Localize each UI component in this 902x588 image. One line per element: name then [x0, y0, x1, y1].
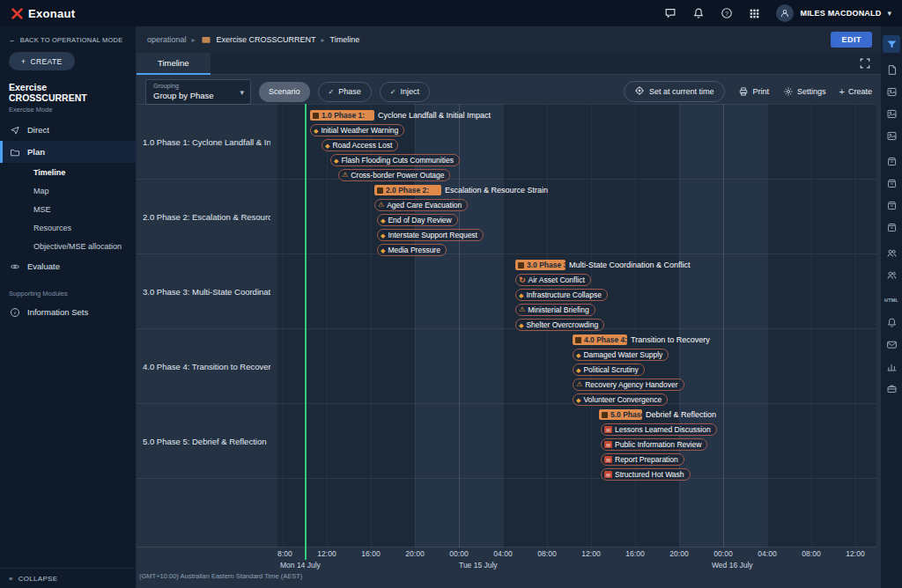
- filter-rail-icon[interactable]: [883, 35, 900, 53]
- inject-item[interactable]: ⚠Aged Care Evacuation: [374, 199, 468, 211]
- sidebar-create-button[interactable]: + CREATE: [9, 52, 75, 70]
- scenario-toggle[interactable]: Scenario: [259, 82, 310, 102]
- inject-item[interactable]: ◆Shelter Overcrowding: [515, 319, 604, 331]
- sidebar-item-direct[interactable]: Direct: [0, 119, 136, 141]
- axis-day-label: Wed 16 July: [712, 561, 753, 570]
- axis-time-label: 08:00: [277, 549, 292, 558]
- grouping-select[interactable]: Grouping Group by Phase ▾: [145, 79, 251, 105]
- inject-item[interactable]: ◆End of Day Review: [377, 214, 458, 226]
- envelope-inject-icon: ✉: [604, 456, 612, 463]
- diamond-inject-icon: ◆: [325, 143, 329, 149]
- chevron-down-icon: ▾: [240, 88, 244, 97]
- phase-bar[interactable]: 5.0 Phase 5:Debrief & Reflection: [599, 409, 716, 420]
- inject-item[interactable]: ◆Volunteer Convergence: [573, 393, 668, 406]
- inject-item[interactable]: ↻Air Asset Conflict: [515, 274, 591, 286]
- box-rail-icon[interactable]: [883, 174, 900, 192]
- apps-grid-icon[interactable]: [748, 7, 761, 20]
- sidebar-item-plan[interactable]: Plan: [0, 141, 136, 163]
- phase-bar[interactable]: 2.0 Phase 2:Escalation & Resource Strain: [374, 185, 548, 195]
- box-rail-icon[interactable]: [883, 152, 900, 170]
- axis-time-label: 00:00: [449, 549, 468, 558]
- warning-inject-icon: ⚠: [576, 381, 582, 388]
- timeline-items-layer: 1.0 Phase 1:Cyclone Landfall & Initial I…: [277, 104, 876, 548]
- print-button[interactable]: Print: [738, 86, 770, 98]
- inject-item[interactable]: ⚠Cross-border Power Outage: [338, 169, 450, 181]
- users-rail-icon[interactable]: [883, 266, 900, 283]
- printer-icon: [738, 86, 750, 98]
- box-rail-icon[interactable]: [883, 196, 900, 214]
- file-rail-icon[interactable]: [883, 61, 900, 78]
- inject-item[interactable]: ◆Infrastructure Collapse: [515, 289, 608, 301]
- axis-time-label: 16:00: [361, 549, 380, 558]
- settings-button[interactable]: Settings: [782, 86, 826, 98]
- diamond-inject-icon: ◆: [576, 397, 580, 403]
- phase-bar[interactable]: 1.0 Phase 1:Cyclone Landfall & Initial I…: [310, 110, 491, 121]
- warning-inject-icon: ⚠: [519, 306, 525, 313]
- frame-rail-icon[interactable]: [883, 127, 900, 144]
- phase-toggle[interactable]: ✓ Phase: [318, 82, 372, 102]
- tab-timeline[interactable]: Timeline: [137, 53, 211, 75]
- inject-item[interactable]: ◆Political Scrutiny: [573, 364, 645, 376]
- inject-item[interactable]: ◆Media Pressure: [377, 244, 447, 256]
- help-icon[interactable]: ?: [720, 7, 733, 20]
- sidebar-item-information-sets[interactable]: Information Sets: [0, 301, 136, 323]
- sidebar-item-timeline[interactable]: Timeline: [0, 163, 136, 181]
- set-at-current-time-button[interactable]: Set at current time: [624, 81, 725, 102]
- group-row-label: 1.0 Phase 1: Cyclone Landfall & Initia..…: [137, 137, 270, 147]
- inject-item[interactable]: ◆Initial Weather Warning: [310, 124, 404, 136]
- collapse-sidebar-button[interactable]: « COLLAPSE: [0, 568, 136, 588]
- sidebar-item-mse[interactable]: MSE: [0, 200, 136, 218]
- breadcrumb-separator-icon: ▸: [192, 36, 196, 44]
- users-rail-icon[interactable]: [883, 244, 900, 261]
- sidebar-item-map[interactable]: Map: [0, 181, 136, 200]
- inject-item[interactable]: ◆Road Access Lost: [322, 139, 398, 151]
- breadcrumb: operational ▸ Exercise CROSSCURRENT ▸ Ti…: [137, 26, 881, 53]
- inject-item[interactable]: ⚠Recovery Agency Handover: [573, 379, 684, 391]
- phase-title: Cyclone Landfall & Initial Impact: [378, 111, 491, 120]
- chat-icon[interactable]: [663, 7, 676, 20]
- bell-rail-icon[interactable]: [883, 313, 900, 331]
- app-window: Exonaut ? MILES MACDONALD ▾: [0, 0, 902, 588]
- notifications-bell-icon[interactable]: [691, 7, 705, 20]
- exonaut-logo[interactable]: Exonaut: [11, 7, 75, 20]
- phase-icon: [313, 113, 319, 119]
- phase-title: Escalation & Resource Strain: [445, 186, 548, 195]
- check-icon: ✓: [390, 88, 396, 96]
- inject-item[interactable]: ◆Damaged Water Supply: [573, 349, 669, 361]
- inject-item[interactable]: ✉Structured Hot Wash: [601, 468, 691, 481]
- box-rail-icon[interactable]: [883, 218, 900, 236]
- inject-toggle[interactable]: ✓ Inject: [380, 82, 430, 102]
- frame-rail-icon[interactable]: [883, 83, 900, 100]
- inbox-rail-icon[interactable]: [883, 335, 900, 353]
- sidebar-item-objective-mse-allocation[interactable]: Objective/MSE allocation: [0, 237, 136, 255]
- inject-item[interactable]: ⚠Ministerial Briefing: [515, 304, 595, 316]
- sidebar-item-evaluate[interactable]: Evaluate: [0, 255, 136, 277]
- briefcase-rail-icon[interactable]: [883, 379, 900, 397]
- phase-chip: 3.0 Phase 3:: [515, 260, 566, 270]
- fullscreen-icon[interactable]: [859, 57, 872, 70]
- inject-label: Media Pressure: [388, 246, 440, 254]
- user-menu[interactable]: MILES MACDONALD ▾: [776, 4, 891, 22]
- inject-item[interactable]: ✉Public Information Review: [601, 438, 707, 451]
- diamond-inject-icon: ◆: [381, 247, 385, 254]
- breadcrumb-exercise[interactable]: Exercise CROSSCURRENT: [217, 35, 316, 44]
- phase-icon: [518, 262, 524, 268]
- chart-rail-icon[interactable]: [883, 357, 900, 375]
- axis-time-label: 04:00: [493, 549, 512, 558]
- create-button[interactable]: + Create: [839, 86, 872, 97]
- envelope-inject-icon: ✉: [604, 441, 612, 448]
- sidebar-item-resources[interactable]: Resources: [0, 218, 136, 237]
- back-to-operational-button[interactable]: ← BACK TO OPERATIONAL MODE: [0, 26, 136, 48]
- inject-item[interactable]: ◆Flash Flooding Cuts Communities: [330, 154, 460, 166]
- frame-rail-icon[interactable]: [883, 105, 900, 122]
- inject-item[interactable]: ✉Report Preparation: [601, 453, 684, 466]
- inject-item[interactable]: ◆Interstate Support Request: [377, 229, 484, 241]
- phase-bar[interactable]: 3.0 Phase 3:Multi-State Coordination & C…: [515, 260, 691, 270]
- html-rail-icon[interactable]: HTML: [883, 291, 900, 309]
- inject-item[interactable]: ✉Lessons Learned Discussion: [601, 423, 717, 436]
- phase-bar[interactable]: 4.0 Phase 4:Transition to Recovery: [573, 334, 710, 345]
- breadcrumb-operational[interactable]: operational: [147, 35, 187, 44]
- edit-button[interactable]: EDIT: [831, 32, 872, 48]
- main-content: operational ▸ Exercise CROSSCURRENT ▸ Ti…: [137, 26, 881, 588]
- axis-time-label: 00:00: [713, 549, 732, 558]
